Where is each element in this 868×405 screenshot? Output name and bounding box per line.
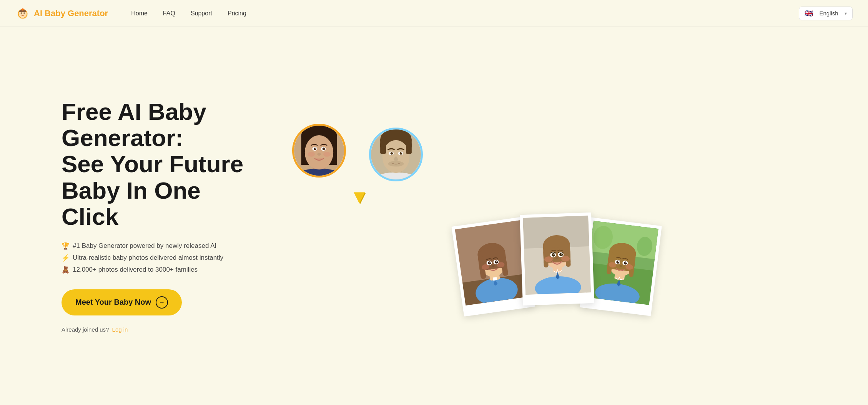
hero-illustration: ▼ [277, 116, 837, 316]
svg-rect-55 [493, 277, 497, 281]
nav-links: Home FAQ Support Pricing [131, 10, 799, 17]
svg-point-16 [324, 148, 324, 148]
arrow-circle-icon: → [156, 296, 168, 309]
arrow-down-icon: ▼ [350, 187, 369, 206]
dad-face-svg [371, 129, 421, 179]
mom-face-svg [294, 126, 344, 176]
svg-rect-26 [380, 143, 386, 154]
nav-home[interactable]: Home [131, 10, 148, 17]
nav-faq[interactable]: FAQ [163, 10, 175, 17]
feature-item-2: ⚡ Ultra-realistic baby photos delivered … [62, 254, 277, 262]
language-label: English [819, 10, 838, 17]
svg-rect-27 [406, 143, 412, 154]
baby-icon: 🧸 [62, 266, 70, 274]
feature-item-3: 🧸 12,000+ photos delivered to 3000+ fami… [62, 266, 277, 274]
svg-point-24 [371, 172, 421, 179]
baby-girl-school-svg [523, 216, 591, 295]
baby-photo-center [520, 212, 594, 305]
navbar: AI Baby Generator Home FAQ Support Prici… [0, 0, 868, 27]
svg-point-2 [20, 12, 22, 13]
svg-point-9 [294, 168, 344, 176]
svg-point-4 [22, 8, 24, 10]
svg-point-19 [323, 152, 331, 157]
parent-circles [292, 124, 423, 181]
svg-point-17 [317, 153, 321, 156]
feature-item-1: 🏆 #1 Baby Generator powered by newly rel… [62, 242, 277, 250]
baby-photos-container [277, 214, 837, 312]
hero-title: Free AI Baby Generator: See Your Future … [62, 99, 277, 230]
svg-point-34 [388, 161, 404, 167]
login-link[interactable]: Log in [112, 326, 128, 333]
logo-icon [15, 6, 30, 21]
baby-girl-indoor-svg [455, 220, 530, 305]
svg-point-3 [23, 12, 25, 13]
meet-baby-button[interactable]: Meet Your Baby Now → [62, 289, 182, 315]
nav-support[interactable]: Support [191, 10, 212, 17]
svg-point-15 [315, 148, 316, 148]
svg-point-18 [308, 152, 315, 157]
lightning-icon: ⚡ [62, 254, 70, 262]
hero-features-list: 🏆 #1 Baby Generator powered by newly rel… [62, 242, 277, 274]
baby-photo-right-image [584, 221, 658, 305]
svg-point-25 [382, 140, 410, 173]
hero-section: Free AI Baby Generator: See Your Future … [0, 27, 868, 405]
svg-point-32 [392, 152, 392, 153]
hero-content-left: Free AI Baby Generator: See Your Future … [62, 99, 277, 333]
logo-link[interactable]: AI Baby Generator [15, 6, 108, 21]
already-joined-text: Already joined us? Log in [62, 326, 277, 333]
logo-text: AI Baby Generator [34, 8, 108, 18]
language-selector[interactable]: 🇬🇧 English ▾ [799, 7, 853, 20]
mom-circle [292, 124, 346, 178]
trophy-icon: 🏆 [62, 242, 70, 250]
baby-girl-outdoor-svg [584, 221, 658, 305]
svg-point-33 [401, 152, 402, 153]
chevron-down-icon: ▾ [845, 11, 847, 16]
flag-icon: 🇬🇧 [805, 9, 813, 18]
baby-photo-left-image [455, 220, 530, 305]
nav-pricing[interactable]: Pricing [228, 10, 246, 17]
cta-button-label: Meet Your Baby Now [75, 298, 151, 307]
baby-photo-center-image [523, 216, 591, 295]
dad-circle [369, 128, 423, 181]
